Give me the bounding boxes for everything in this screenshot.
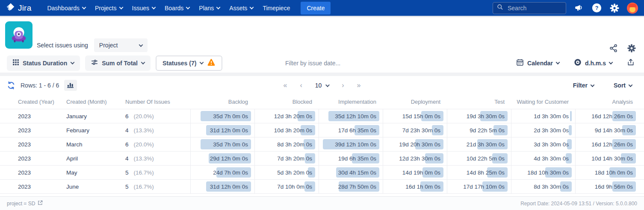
statuses-button[interactable]: Statuses (7)	[156, 55, 222, 71]
search-icon	[497, 4, 503, 12]
nav-item-timepiece[interactable]: Timepiece	[258, 2, 295, 14]
chevron-down-icon	[250, 5, 254, 9]
duration-value: 30d 4h 15m 0s	[338, 169, 383, 176]
duration-cell: 31d 12h 0m 0s	[190, 123, 254, 137]
pagination: « ‹ 10 › »	[283, 82, 360, 89]
chevron-down-icon	[152, 5, 156, 9]
duration-cell: 16d 9h 56m 0s	[575, 180, 639, 193]
duration-cell: 1d 3h 30m 0s	[511, 109, 575, 123]
duration-cell: 8d 3h 30m 0s	[511, 180, 575, 193]
nav-item-issues[interactable]: Issues	[127, 2, 160, 14]
nav-item-projects[interactable]: Projects	[90, 2, 127, 14]
duration-cell: 15d 15h 0m 0s	[383, 109, 447, 123]
duration-cell: 35d 7h 0m 0s	[190, 137, 254, 151]
help-icon[interactable]: ?	[591, 3, 602, 14]
chevron-down-icon	[556, 60, 560, 64]
table-row: 2023April4(13.3%)29d 12h 0m 0s7d 3h 20m …	[0, 152, 644, 166]
jira-logo-icon	[6, 3, 15, 14]
warning-icon	[207, 58, 216, 67]
issue-count: 6	[125, 141, 129, 148]
duration-value: 39d 12h 10m 0s	[335, 141, 383, 148]
calendar-button[interactable]: Calendar	[514, 58, 562, 68]
duration-value: 8d 3h 20m 0s	[277, 141, 319, 148]
column-header-created-month: Created (Month)	[66, 99, 125, 105]
aggregation-button[interactable]: Sum of Total	[85, 55, 151, 71]
duration-value: 35d 12h 10m 0s	[335, 113, 383, 120]
nav-item-plans[interactable]: Plans	[194, 2, 225, 14]
column-header-created-year: Created (Year)	[0, 99, 66, 105]
table-row: 2023May5(16.7%)24d 7h 0m 0s5d 3h 20m 0s3…	[0, 166, 644, 180]
chevron-down-icon	[200, 60, 204, 64]
jira-logo-text: Jira	[18, 3, 31, 13]
duration-cell: 10d 14h 30m 0s	[575, 152, 639, 165]
row-filler	[639, 166, 644, 179]
duration-cell: 39d 12h 10m 0s	[319, 137, 383, 151]
filter-button[interactable]: Filter	[570, 82, 597, 89]
nav-item-dashboards[interactable]: Dashboards	[42, 2, 90, 14]
time-format-button[interactable]: d.h.m.s	[571, 58, 615, 68]
chevron-down-icon	[71, 60, 75, 64]
duration-value: 7d 23h 30m 0s	[402, 127, 447, 134]
duration-value: 12d 23h 30m 0s	[399, 155, 447, 162]
cell-created-month: March	[66, 137, 125, 151]
duration-cell: 19d 3h 30m 0s	[447, 109, 511, 123]
column-header-blocked: Blocked	[254, 99, 319, 105]
cell-number-of-issues: 6(20.0%)	[125, 137, 190, 151]
sliders-icon	[91, 59, 98, 67]
issue-source-select[interactable]: Project	[94, 38, 148, 52]
nav-item-label: Projects	[95, 5, 117, 12]
megaphone-icon[interactable]	[573, 3, 584, 14]
nav-item-label: Issues	[132, 5, 149, 12]
export-button[interactable]	[624, 58, 637, 68]
sort-button[interactable]: Sort	[611, 82, 635, 89]
prev-page-button[interactable]: ‹	[300, 82, 302, 89]
report-table: Created (Year) Created (Month) Number Of…	[0, 95, 644, 194]
gear-icon[interactable]	[609, 3, 620, 14]
next-page-button[interactable]: ›	[342, 82, 344, 89]
global-search[interactable]	[493, 2, 566, 14]
column-header-analysis: Analysis	[575, 99, 639, 105]
cell-created-month: February	[66, 123, 125, 137]
last-page-button[interactable]: »	[357, 82, 361, 89]
duration-value: 9d 22h 5m 0s	[470, 127, 511, 134]
duration-cell: 18d 10h 0m 0s	[575, 166, 639, 179]
page-size-value: 10	[315, 82, 322, 89]
jira-logo[interactable]: Jira	[6, 3, 31, 14]
report-meta: Report Date: 2024-05-09 13:51 / Version:…	[520, 201, 637, 207]
duration-value: 10d 14h 30m 0s	[591, 155, 639, 162]
svg-text:?: ?	[595, 5, 598, 11]
create-button[interactable]: Create	[301, 2, 331, 15]
duration-value: 17d 6h 35m 0s	[338, 127, 383, 134]
issue-percentage: (20.0%)	[134, 141, 154, 148]
calendar-label: Calendar	[527, 60, 553, 67]
first-page-button[interactable]: «	[283, 82, 287, 89]
chart-view-button[interactable]	[64, 80, 77, 91]
search-input[interactable]	[507, 4, 558, 12]
duration-cell: 28d 7h 50m 0s	[319, 180, 383, 193]
table-header-row: Created (Year) Created (Month) Number Of…	[0, 95, 644, 109]
issue-count: 5	[125, 169, 129, 176]
duration-value: 16d 9h 56m 0s	[595, 184, 639, 190]
issue-percentage: (16.7%)	[134, 169, 154, 176]
user-avatar[interactable]	[627, 3, 638, 14]
grid-icon	[13, 59, 19, 67]
cell-number-of-issues: 5(16.7%)	[125, 166, 190, 179]
nav-item-assets[interactable]: Assets	[225, 2, 258, 14]
issue-date-filter[interactable]: Filter by issue date...	[285, 60, 340, 67]
duration-value: 7d 10h 0m 0s	[277, 184, 319, 190]
report-type-button[interactable]: Status Duration	[7, 55, 80, 71]
cell-number-of-issues: 4(13.3%)	[125, 152, 190, 165]
export-icon	[627, 58, 635, 67]
duration-cell: 14d 19h 0m 0s	[383, 166, 447, 179]
nav-item-boards[interactable]: Boards	[160, 2, 194, 14]
duration-cell: 8d 3h 20m 0s	[254, 137, 319, 151]
page-size-select[interactable]: 10	[315, 82, 329, 89]
chevron-down-icon	[216, 5, 221, 9]
issue-percentage: (13.3%)	[134, 127, 154, 134]
jql-link[interactable]: project = SD	[7, 200, 43, 207]
duration-value: 2d 3h 30m 0s	[534, 127, 575, 134]
issue-count: 5	[125, 184, 129, 190]
duration-cell: 16d 1h 0m 0s	[383, 180, 447, 193]
duration-cell: 3d 3h 30m 0s	[511, 137, 575, 151]
refresh-icon[interactable]	[7, 81, 15, 90]
